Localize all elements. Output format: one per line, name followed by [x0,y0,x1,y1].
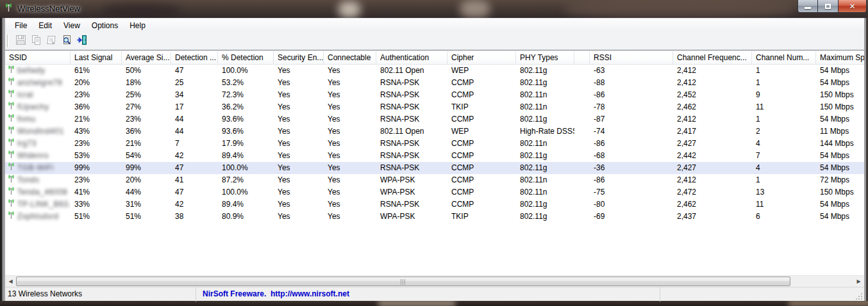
cell-freq: 2,452 [673,89,752,101]
ssid-cell: bellwdy [5,65,71,77]
client-area: File Edit View Options Help [5,18,864,301]
horizontal-scrollbar[interactable]: ◀ ▶ [5,275,864,286]
column-header-phy[interactable]: PHY Types [516,51,574,65]
save-button[interactable] [13,33,28,49]
scroll-right-arrow-icon[interactable]: ▶ [853,276,864,287]
cell-rssi: -86 [590,174,673,186]
cell-rssi: -75 [590,186,673,198]
ssid-cell: fnmu [5,113,71,125]
table-row[interactable]: Zxphtsdsrd51%51%3880.9%YesYesWPA-PSKTKIP… [5,211,864,223]
table-row[interactable]: Tenda_4600841%44%47100.0%YesYesWPA-PSKCC… [5,186,864,198]
nirsoft-link[interactable]: NirSoft Freeware. http://www.nirsoft.net [196,287,660,302]
table-body: bellwdy61%50%47100.0%YesYes802.11 OpenWE… [5,65,864,223]
column-header-rssi[interactable]: RSSI [590,51,673,65]
cell-phy: 802.11n [516,186,574,198]
table-row[interactable]: Wondtnd40143%36%4493.6%YesYes802.11 Open… [5,125,864,138]
cell-last_signal: 36% [71,101,122,113]
cell-avg_signal: 99% [122,162,171,174]
cell-pct_detection: 100.0% [218,162,274,174]
column-header-last_signal[interactable]: Last Signal [71,51,122,65]
table-row[interactable]: fUpwchy36%27%1736.2%YesYesRSNA-PSKTKIP80… [5,101,864,113]
column-header-channel[interactable]: Channel Num... [752,51,816,65]
menu-options[interactable]: Options [86,20,124,31]
cell-detections: 42 [171,150,218,162]
cell-max_speed: 72 Mbps [816,174,864,186]
cell-blank [574,125,590,138]
cell-freq: 2,442 [673,150,752,162]
cell-connectable: Yes [324,89,376,101]
resize-grip-icon[interactable] [855,292,862,300]
table-row[interactable]: TP-LINK_B63...33%31%4289.4%YesYesRSNA-PS… [5,198,864,211]
table-row[interactable]: anztwigre7820%18%2553.2%YesYesRSNA-PSKCC… [5,77,864,89]
networks-table: SSIDLast SignalAverage Si...Detection ..… [5,50,864,275]
cell-security: Yes [274,89,324,101]
copy-button[interactable] [28,33,44,49]
table-row[interactable]: Tonds23%20%4187.2%YesYesWPA-PSKCCMP802.1… [5,174,864,186]
cell-avg_signal: 44% [122,186,171,198]
cell-last_signal: 23% [71,138,122,150]
maximize-button[interactable] [818,0,839,13]
menu-view[interactable]: View [58,20,86,31]
column-header-blank[interactable] [574,51,590,65]
cell-channel: 1 [752,113,816,125]
cell-blank [574,150,590,162]
cell-phy: High-Rate DSSS [516,125,574,138]
cell-last_signal: 61% [71,65,122,77]
cell-rssi: -86 [590,89,673,101]
column-header-ssid[interactable]: SSID [5,51,71,65]
scrollbar-thumb[interactable] [16,277,790,286]
column-header-avg_signal[interactable]: Average Si... [122,51,171,65]
wifi-network-icon [7,101,15,113]
cell-detections: 7 [171,138,218,150]
table-row[interactable]: trg7323%21%717.9%YesYesRSNA-PSKCCMP802.1… [5,138,864,150]
minimize-icon [805,7,811,9]
cell-pct_detection: 17.9% [218,138,274,150]
table-row[interactable]: TGB-WiFi99%99%47100.0%YesYesRSNA-PSKCCMP… [5,162,864,174]
cell-detections: 47 [171,162,218,174]
column-header-connectable[interactable]: Connectable [324,51,376,65]
cell-auth: RSNA-PSK [376,113,447,125]
cell-detections: 47 [171,186,218,198]
toolbar-grip [7,35,9,47]
title-bar[interactable]: WirelessNetView ✕ [0,0,868,18]
table-row[interactable]: fnmu21%23%4493.6%YesYesRSNA-PSKCCMP802.1… [5,113,864,125]
column-header-pct_detection[interactable]: % Detection [218,51,274,65]
cell-cipher: CCMP [447,186,516,198]
cell-cipher: CCMP [447,150,516,162]
scrollbar-grip-icon [401,279,406,285]
column-header-auth[interactable]: Authentication [376,51,447,65]
column-header-detections[interactable]: Detection ... [171,51,218,65]
scroll-left-arrow-icon[interactable]: ◀ [5,276,16,287]
cell-auth: 802.11 Open [376,65,447,77]
table-row[interactable]: Wtdenro53%54%4289.4%YesYesRSNA-PSKCCMP80… [5,150,864,162]
cell-detections: 44 [171,113,218,125]
cell-security: Yes [274,211,324,223]
cell-pct_detection: 100.0% [218,65,274,77]
menu-file[interactable]: File [9,20,33,31]
cell-pct_detection: 72.3% [218,89,274,101]
cell-max_speed: 54 Mbps [816,162,864,174]
table-row[interactable]: bellwdy61%50%47100.0%YesYes802.11 OpenWE… [5,65,864,77]
cell-auth: WPA-PSK [376,174,447,186]
column-header-security[interactable]: Security En... [274,51,324,65]
cell-channel: 11 [752,101,816,113]
wifi-network-icon [7,162,15,174]
find-button[interactable] [59,33,74,49]
menu-help[interactable]: Help [124,20,151,31]
cell-avg_signal: 31% [122,198,171,211]
cell-channel: 9 [752,89,816,101]
table-row[interactable]: lcrat23%25%3472.3%YesYesRSNA-PSKCCMP802.… [5,89,864,101]
ssid-cell: TGB-WiFi [5,162,71,174]
cell-channel: 13 [752,186,816,198]
column-header-cipher[interactable]: Cipher [447,51,516,65]
menu-edit[interactable]: Edit [33,20,58,31]
minimize-button[interactable] [797,0,818,13]
properties-button[interactable] [44,33,59,49]
column-header-max_speed[interactable]: Maximum Sp... [816,51,864,65]
cell-auth: RSNA-PSK [376,138,447,150]
cell-auth: RSNA-PSK [376,89,447,101]
cell-avg_signal: 23% [122,113,171,125]
column-header-freq[interactable]: Channel Frequenc... [673,51,752,65]
exit-button[interactable] [74,33,90,49]
close-button[interactable]: ✕ [839,0,867,13]
